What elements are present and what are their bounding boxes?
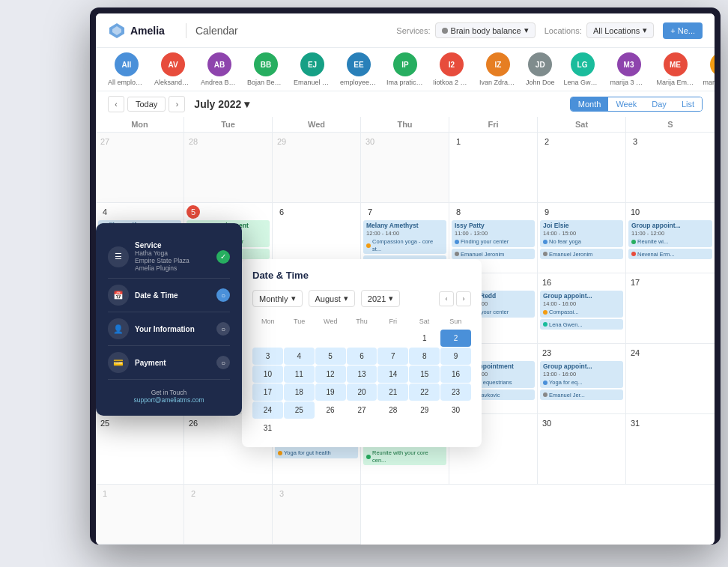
- mini-day[interactable]: 26: [315, 401, 346, 419]
- mini-day[interactable]: 7: [377, 348, 408, 365]
- event-item[interactable]: Group appoint...13:00 - 16:00Yoga for eq…: [540, 361, 623, 388]
- cal-today-btn[interactable]: Today: [127, 97, 166, 112]
- mini-day[interactable]: 5: [315, 348, 346, 365]
- mini-prev-btn[interactable]: ‹: [439, 291, 454, 306]
- employee-item[interactable]: MT maria test Moya Tobray: [703, 52, 715, 86]
- cal-cell[interactable]: 3: [273, 485, 361, 545]
- mini-day[interactable]: 3: [252, 348, 283, 365]
- services-select[interactable]: Brain body balance ▾: [435, 22, 536, 38]
- view-month-btn[interactable]: Month: [571, 97, 609, 111]
- new-button[interactable]: + Ne...: [663, 22, 703, 39]
- cal-cell[interactable]: 30: [538, 414, 626, 485]
- employee-item[interactable]: AV Aleksandar ...: [154, 52, 192, 86]
- cal-cell[interactable]: 3: [626, 133, 715, 203]
- cal-cell[interactable]: 16Group appoint...14:00 - 16:00Compassi.…: [538, 273, 626, 344]
- mini-day[interactable]: 11: [284, 366, 315, 383]
- mini-day[interactable]: 14: [377, 366, 408, 383]
- employee-item[interactable]: IP Ima pratice Emily Emie: [386, 52, 424, 86]
- widget-step-service[interactable]: ☰ Service Hatha YogaEmpire State PlazaAm…: [108, 235, 230, 279]
- mini-day[interactable]: 30: [440, 401, 471, 419]
- employee-item[interactable]: EJ Emanuel Jer...: [294, 52, 331, 86]
- step-check: ○: [216, 356, 230, 369]
- year-select[interactable]: 2021 ▾: [361, 290, 400, 307]
- employee-item[interactable]: ME Marija Emni Manja Tess: [657, 52, 694, 86]
- month-select[interactable]: August ▾: [309, 290, 355, 307]
- mini-day[interactable]: 21: [377, 383, 408, 401]
- event-item[interactable]: Joi Elsie14:00 - 15:00No fear yoga: [540, 220, 623, 247]
- cal-cell[interactable]: 10Group appoint...11:00 - 12:00Reunite w…: [626, 203, 715, 273]
- cal-prev-btn[interactable]: ‹: [108, 96, 124, 112]
- cal-cell[interactable]: 1: [96, 485, 184, 545]
- emp-avatar: AB: [207, 52, 231, 76]
- mini-day[interactable]: 8: [409, 348, 440, 365]
- cal-cell[interactable]: 24: [626, 344, 715, 414]
- event-item[interactable]: Group appoint...14:00 - 16:00Compassi...: [540, 291, 623, 318]
- mini-day[interactable]: 2: [440, 330, 471, 347]
- cal-next-btn[interactable]: ›: [169, 96, 185, 112]
- mini-day[interactable]: 13: [347, 366, 377, 383]
- cal-cell[interactable]: 31: [626, 414, 715, 485]
- widget-step-payment[interactable]: 💳 Payment ○: [108, 346, 230, 380]
- employee-item[interactable]: LG Lena Gwen...: [564, 52, 601, 86]
- event-item[interactable]: Emanuel Jeronim: [452, 249, 535, 260]
- mini-next-btn[interactable]: ›: [456, 291, 471, 306]
- event-item[interactable]: Group appoint...11:00 - 12:00Reunite wi.…: [628, 220, 712, 247]
- event-item[interactable]: Melany Amethyst12:00 - 14:00Compassion y…: [363, 220, 446, 254]
- mini-day[interactable]: 17: [252, 383, 283, 401]
- employee-item[interactable]: All All employees: [108, 52, 145, 86]
- event-item[interactable]: Emanuel Jeronim: [540, 249, 623, 260]
- cal-cell[interactable]: 30: [361, 133, 449, 203]
- cal-cell[interactable]: 25: [96, 414, 184, 485]
- cell-date: 1: [98, 487, 112, 500]
- mini-day[interactable]: 28: [377, 401, 408, 419]
- event-item[interactable]: Issy Patty11:00 - 13:00Finding your cent…: [452, 220, 535, 247]
- mini-day[interactable]: 18: [284, 383, 315, 401]
- event-item[interactable]: Nevenai Erm...: [628, 249, 712, 260]
- cal-cell[interactable]: 17: [626, 273, 715, 344]
- mini-day[interactable]: 20: [347, 383, 377, 401]
- event-item[interactable]: Emanuel Jer...: [540, 389, 623, 401]
- cal-cell[interactable]: 2: [184, 485, 273, 545]
- laptop-frame: Amelia Calendar Services: Brain body bal…: [90, 7, 721, 545]
- view-select[interactable]: Monthly ▾: [252, 290, 303, 307]
- employee-item[interactable]: M3 marija 3 Mike Sober: [610, 52, 648, 86]
- mini-day[interactable]: 16: [440, 366, 471, 383]
- employee-item[interactable]: JD John Doe: [526, 52, 555, 86]
- cal-cell[interactable]: 2: [538, 133, 626, 203]
- mini-day[interactable]: 1: [409, 330, 440, 347]
- mini-day[interactable]: 22: [409, 383, 440, 401]
- cal-cell[interactable]: 23Group appoint...13:00 - 16:00Yoga for …: [538, 344, 626, 414]
- mini-day[interactable]: 4: [284, 348, 315, 365]
- employee-item[interactable]: IZ Ivan Zdravk...: [479, 52, 517, 86]
- view-day-btn[interactable]: Day: [644, 97, 674, 111]
- widget-footer: Get in Touch support@ameliatms.com: [108, 389, 230, 404]
- mini-day[interactable]: 6: [347, 348, 377, 365]
- event-item[interactable]: Lena Gwen...: [540, 319, 623, 330]
- employee-item[interactable]: EE employee e...: [340, 52, 377, 86]
- cal-cell[interactable]: 29: [273, 133, 361, 203]
- mini-day[interactable]: 19: [315, 383, 346, 401]
- mini-day[interactable]: 12: [315, 366, 346, 383]
- cal-cell[interactable]: 27: [96, 133, 184, 203]
- mini-day[interactable]: 10: [252, 366, 283, 383]
- widget-footer-link[interactable]: support@ameliatms.com: [108, 396, 230, 404]
- employee-item[interactable]: I2 Iiotkoa 2 Lexie Emie: [433, 52, 470, 86]
- widget-step-your-information[interactable]: 👤 Your Information ○: [108, 312, 230, 346]
- mini-day[interactable]: 29: [409, 401, 440, 419]
- mini-day[interactable]: 31: [252, 419, 283, 437]
- mini-day[interactable]: 27: [347, 401, 377, 419]
- cal-cell[interactable]: 1: [449, 133, 538, 203]
- view-list-btn[interactable]: List: [674, 97, 702, 111]
- cal-cell[interactable]: 28: [184, 133, 273, 203]
- employee-item[interactable]: AB Andrea Barber: [201, 52, 238, 86]
- mini-day[interactable]: 25: [284, 401, 315, 419]
- employee-item[interactable]: BB Bojan Beatrice: [247, 52, 285, 86]
- mini-day[interactable]: 23: [440, 383, 471, 401]
- mini-day[interactable]: 24: [252, 401, 283, 419]
- mini-day[interactable]: 9: [440, 348, 471, 365]
- view-week-btn[interactable]: Week: [608, 97, 644, 111]
- cal-cell[interactable]: 9Joi Elsie14:00 - 15:00No fear yogaEmanu…: [538, 203, 626, 273]
- locations-select[interactable]: All Locations ▾: [586, 22, 654, 38]
- widget-step-date-&-time[interactable]: 📅 Date & Time ○: [108, 279, 230, 312]
- mini-day[interactable]: 15: [409, 366, 440, 383]
